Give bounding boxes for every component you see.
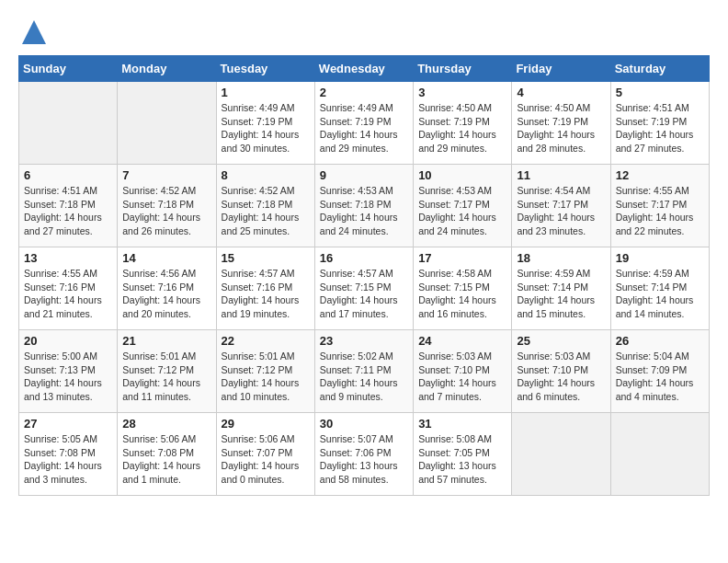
day-info: Sunrise: 4:57 AM Sunset: 7:16 PM Dayligh… xyxy=(222,267,310,321)
calendar-cell: 25Sunrise: 5:03 AM Sunset: 7:10 PM Dayli… xyxy=(512,330,610,413)
calendar-cell: 13Sunrise: 4:55 AM Sunset: 7:16 PM Dayli… xyxy=(19,247,118,330)
day-number: 7 xyxy=(122,168,210,182)
calendar-cell xyxy=(512,413,610,496)
day-info: Sunrise: 4:55 AM Sunset: 7:17 PM Dayligh… xyxy=(616,184,704,238)
calendar-cell: 18Sunrise: 4:59 AM Sunset: 7:14 PM Dayli… xyxy=(512,247,610,330)
logo xyxy=(18,18,48,46)
day-number: 17 xyxy=(418,251,506,265)
calendar-cell: 29Sunrise: 5:06 AM Sunset: 7:07 PM Dayli… xyxy=(216,413,314,496)
calendar-cell: 26Sunrise: 5:04 AM Sunset: 7:09 PM Dayli… xyxy=(610,330,709,413)
day-info: Sunrise: 4:55 AM Sunset: 7:16 PM Dayligh… xyxy=(24,267,112,321)
day-info: Sunrise: 5:06 AM Sunset: 7:07 PM Dayligh… xyxy=(222,432,310,487)
calendar-cell: 6Sunrise: 4:51 AM Sunset: 7:18 PM Daylig… xyxy=(19,165,118,247)
day-info: Sunrise: 5:03 AM Sunset: 7:10 PM Dayligh… xyxy=(517,350,605,404)
day-info: Sunrise: 5:02 AM Sunset: 7:11 PM Dayligh… xyxy=(320,350,408,404)
calendar-cell: 8Sunrise: 4:52 AM Sunset: 7:18 PM Daylig… xyxy=(216,165,314,247)
day-info: Sunrise: 4:51 AM Sunset: 7:19 PM Dayligh… xyxy=(616,101,704,155)
calendar-cell: 3Sunrise: 4:50 AM Sunset: 7:19 PM Daylig… xyxy=(414,82,512,165)
calendar-cell: 2Sunrise: 4:49 AM Sunset: 7:19 PM Daylig… xyxy=(314,82,413,165)
calendar-cell: 11Sunrise: 4:54 AM Sunset: 7:17 PM Dayli… xyxy=(512,165,610,247)
day-info: Sunrise: 4:59 AM Sunset: 7:14 PM Dayligh… xyxy=(616,267,704,321)
day-info: Sunrise: 4:52 AM Sunset: 7:18 PM Dayligh… xyxy=(122,184,210,238)
calendar-cell: 14Sunrise: 4:56 AM Sunset: 7:16 PM Dayli… xyxy=(118,247,216,330)
day-number: 16 xyxy=(320,251,408,265)
calendar-cell: 16Sunrise: 4:57 AM Sunset: 7:15 PM Dayli… xyxy=(314,247,413,330)
calendar-cell: 21Sunrise: 5:01 AM Sunset: 7:12 PM Dayli… xyxy=(118,330,216,413)
day-info: Sunrise: 5:05 AM Sunset: 7:08 PM Dayligh… xyxy=(24,432,112,487)
calendar-cell: 5Sunrise: 4:51 AM Sunset: 7:19 PM Daylig… xyxy=(610,82,709,165)
calendar-cell: 7Sunrise: 4:52 AM Sunset: 7:18 PM Daylig… xyxy=(118,165,216,247)
day-number: 5 xyxy=(616,86,704,99)
calendar-cell xyxy=(19,82,118,165)
weekday-header-tuesday: Tuesday xyxy=(216,56,314,82)
day-number: 14 xyxy=(122,251,210,265)
day-number: 8 xyxy=(222,168,310,182)
calendar-table: SundayMondayTuesdayWednesdayThursdayFrid… xyxy=(18,55,710,496)
calendar-cell: 9Sunrise: 4:53 AM Sunset: 7:18 PM Daylig… xyxy=(314,165,413,247)
day-info: Sunrise: 4:53 AM Sunset: 7:17 PM Dayligh… xyxy=(418,184,506,238)
calendar-cell: 15Sunrise: 4:57 AM Sunset: 7:16 PM Dayli… xyxy=(216,247,314,330)
day-number: 30 xyxy=(320,417,408,431)
day-info: Sunrise: 4:59 AM Sunset: 7:14 PM Dayligh… xyxy=(517,267,605,321)
day-number: 25 xyxy=(517,334,605,348)
calendar-cell: 24Sunrise: 5:03 AM Sunset: 7:10 PM Dayli… xyxy=(414,330,512,413)
day-info: Sunrise: 4:56 AM Sunset: 7:16 PM Dayligh… xyxy=(122,267,210,321)
day-info: Sunrise: 4:49 AM Sunset: 7:19 PM Dayligh… xyxy=(222,101,310,155)
day-info: Sunrise: 5:08 AM Sunset: 7:05 PM Dayligh… xyxy=(418,432,506,487)
day-number: 13 xyxy=(24,251,112,265)
calendar-cell: 12Sunrise: 4:55 AM Sunset: 7:17 PM Dayli… xyxy=(610,165,709,247)
day-number: 26 xyxy=(616,334,704,348)
day-info: Sunrise: 5:01 AM Sunset: 7:12 PM Dayligh… xyxy=(122,350,210,404)
weekday-header-thursday: Thursday xyxy=(414,56,512,82)
day-number: 23 xyxy=(320,334,408,348)
day-number: 21 xyxy=(122,334,210,348)
day-info: Sunrise: 4:54 AM Sunset: 7:17 PM Dayligh… xyxy=(517,184,605,238)
calendar-cell: 20Sunrise: 5:00 AM Sunset: 7:13 PM Dayli… xyxy=(19,330,118,413)
weekday-header-wednesday: Wednesday xyxy=(314,56,413,82)
calendar-cell: 22Sunrise: 5:01 AM Sunset: 7:12 PM Dayli… xyxy=(216,330,314,413)
day-number: 29 xyxy=(222,417,310,431)
calendar-cell: 19Sunrise: 4:59 AM Sunset: 7:14 PM Dayli… xyxy=(610,247,709,330)
day-number: 9 xyxy=(320,168,408,182)
weekday-header-friday: Friday xyxy=(512,56,610,82)
day-info: Sunrise: 4:49 AM Sunset: 7:19 PM Dayligh… xyxy=(320,101,408,155)
calendar-cell: 1Sunrise: 4:49 AM Sunset: 7:19 PM Daylig… xyxy=(216,82,314,165)
calendar-cell: 17Sunrise: 4:58 AM Sunset: 7:15 PM Dayli… xyxy=(414,247,512,330)
day-number: 1 xyxy=(222,86,310,99)
day-info: Sunrise: 5:00 AM Sunset: 7:13 PM Dayligh… xyxy=(24,350,112,404)
calendar-cell: 28Sunrise: 5:06 AM Sunset: 7:08 PM Dayli… xyxy=(118,413,216,496)
day-info: Sunrise: 4:58 AM Sunset: 7:15 PM Dayligh… xyxy=(418,267,506,321)
day-info: Sunrise: 4:51 AM Sunset: 7:18 PM Dayligh… xyxy=(24,184,112,238)
calendar-cell: 30Sunrise: 5:07 AM Sunset: 7:06 PM Dayli… xyxy=(314,413,413,496)
day-number: 20 xyxy=(24,334,112,348)
day-number: 22 xyxy=(222,334,310,348)
day-info: Sunrise: 4:50 AM Sunset: 7:19 PM Dayligh… xyxy=(418,101,506,155)
day-info: Sunrise: 5:03 AM Sunset: 7:10 PM Dayligh… xyxy=(418,350,506,404)
svg-marker-0 xyxy=(22,20,46,44)
day-number: 28 xyxy=(122,417,210,431)
day-info: Sunrise: 4:50 AM Sunset: 7:19 PM Dayligh… xyxy=(517,101,605,155)
page-header xyxy=(18,18,710,46)
day-number: 12 xyxy=(616,168,704,182)
day-number: 15 xyxy=(222,251,310,265)
day-number: 2 xyxy=(320,86,408,99)
day-info: Sunrise: 5:01 AM Sunset: 7:12 PM Dayligh… xyxy=(222,350,310,404)
calendar-cell: 31Sunrise: 5:08 AM Sunset: 7:05 PM Dayli… xyxy=(414,413,512,496)
weekday-header-saturday: Saturday xyxy=(610,56,709,82)
calendar-cell: 27Sunrise: 5:05 AM Sunset: 7:08 PM Dayli… xyxy=(19,413,118,496)
calendar-cell xyxy=(610,413,709,496)
day-number: 31 xyxy=(418,417,506,431)
calendar-cell xyxy=(118,82,216,165)
day-info: Sunrise: 5:06 AM Sunset: 7:08 PM Dayligh… xyxy=(122,432,210,487)
day-number: 4 xyxy=(517,86,605,99)
day-info: Sunrise: 4:52 AM Sunset: 7:18 PM Dayligh… xyxy=(222,184,310,238)
day-number: 18 xyxy=(517,251,605,265)
logo-text xyxy=(18,18,48,46)
day-info: Sunrise: 5:04 AM Sunset: 7:09 PM Dayligh… xyxy=(616,350,704,404)
calendar-cell: 23Sunrise: 5:02 AM Sunset: 7:11 PM Dayli… xyxy=(314,330,413,413)
day-number: 27 xyxy=(24,417,112,431)
day-number: 19 xyxy=(616,251,704,265)
calendar-cell: 10Sunrise: 4:53 AM Sunset: 7:17 PM Dayli… xyxy=(414,165,512,247)
calendar-cell: 4Sunrise: 4:50 AM Sunset: 7:19 PM Daylig… xyxy=(512,82,610,165)
day-number: 3 xyxy=(418,86,506,99)
